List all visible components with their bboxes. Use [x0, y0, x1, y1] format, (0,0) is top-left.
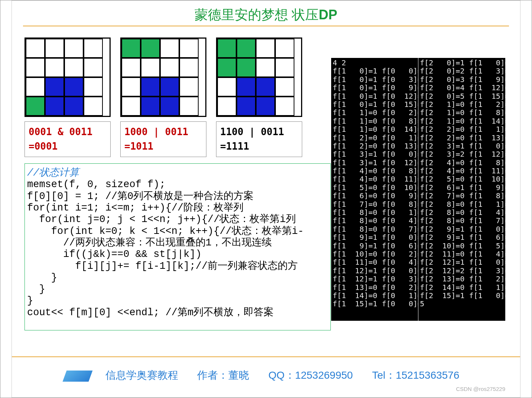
code-line: if((j&k)==0 && st[j|k]) — [27, 249, 328, 260]
grid-cell — [141, 58, 160, 77]
grid-cell — [121, 58, 141, 77]
title-divider — [23, 26, 509, 26]
grid-cell — [45, 58, 64, 77]
title-text: 蒙德里安的梦想 状压 — [195, 7, 319, 22]
grid-cell — [236, 39, 256, 58]
grid-cell — [45, 39, 64, 58]
screenshot-frame: 蒙德里安的梦想 状压DP 0001 & 0011 =00011000 | 001… — [0, 0, 532, 398]
terminal-right: f[2 0]=1 f[1 0]=1 f[2 0]=2 f[1 3]=1 f[2 … — [418, 58, 505, 321]
footer-qq: QQ：1253269950 — [268, 369, 353, 381]
grid-cell — [236, 97, 256, 116]
watermark: CSDN @ros275229 — [456, 386, 505, 392]
grid-cell — [45, 77, 64, 97]
terminal-outputs: 4 2 f[1 0]=1 f[0 0]=1 f[1 0]=1 f[0 3]=0 … — [331, 58, 505, 321]
grid-row — [26, 97, 110, 116]
grid-cell — [121, 97, 141, 116]
grid-2 — [216, 37, 302, 117]
code-line: } — [27, 295, 328, 307]
grid-expression-0: 0001 & 0011 =0001 — [25, 121, 111, 157]
code-line: f[0][0] = 1; //第0列不横放是一种合法的方案 — [27, 191, 328, 202]
grid-cell — [64, 97, 84, 116]
grid-box-0: 0001 & 0011 =0001 — [25, 37, 111, 157]
grid-cell — [256, 97, 275, 116]
grid-row — [121, 97, 205, 116]
terminal-left: 4 2 f[1 0]=1 f[0 0]=1 f[1 0]=1 f[0 3]=0 … — [331, 58, 418, 321]
grid-cell — [160, 97, 179, 116]
grid-row — [26, 39, 110, 58]
grid-cell — [179, 77, 199, 97]
code-line: for(int i=1; i<=m; i++){//阶段：枚举列 — [27, 202, 328, 214]
grid-row — [217, 97, 301, 116]
grid-cell — [84, 58, 103, 77]
grid-cell — [179, 39, 199, 58]
grid-row — [26, 58, 110, 77]
logo-icon — [62, 371, 92, 382]
grid-cell — [275, 39, 294, 58]
grid-cell — [236, 58, 256, 77]
grid-row — [121, 77, 205, 97]
grid-expression-1: 1000 | 0011 =1011 — [120, 121, 206, 157]
grid-expression-2: 1100 | 0011 =1111 — [216, 121, 302, 157]
grid-cell — [160, 77, 179, 97]
grid-1 — [120, 37, 206, 117]
grid-cell — [64, 77, 84, 97]
grid-row — [217, 77, 301, 97]
page-title: 蒙德里安的梦想 状压DP — [12, 1, 520, 26]
grid-cell — [64, 58, 84, 77]
grid-cell — [84, 39, 103, 58]
grid-row — [26, 77, 110, 97]
grid-row — [121, 58, 205, 77]
grid-cell — [84, 77, 103, 97]
grid-cell — [236, 77, 256, 97]
grid-cell — [141, 77, 160, 97]
code-line: //两列状态兼容：不出现重叠的1，不出现连续 — [27, 237, 328, 249]
grid-cell — [217, 39, 236, 58]
grid-cell — [160, 39, 179, 58]
grid-cell — [84, 97, 103, 116]
slide-area: 蒙德里安的梦想 状压DP 0001 & 0011 =00011000 | 001… — [12, 0, 520, 398]
grid-cell — [26, 97, 45, 116]
grid-cell — [275, 58, 294, 77]
footer: 信息学奥赛教程 作者：董晓 QQ：1253269950 Tel：15215363… — [12, 356, 520, 382]
grid-cell — [160, 58, 179, 77]
grid-box-1: 1000 | 0011 =1011 — [120, 37, 206, 157]
grid-cell — [26, 58, 45, 77]
footer-org: 信息学奥赛教程 — [105, 369, 178, 381]
grid-row — [217, 58, 301, 77]
grid-cell — [256, 58, 275, 77]
footer-author: 作者：董晓 — [197, 369, 249, 381]
code-line: } — [27, 272, 328, 284]
grid-cell — [45, 97, 64, 116]
grid-cell — [217, 77, 236, 97]
grid-cell — [217, 97, 236, 116]
grid-cell — [217, 58, 236, 77]
grid-cell — [179, 97, 199, 116]
grid-cell — [26, 77, 45, 97]
code-listing: //状态计算memset(f, 0, sizeof f);f[0][0] = 1… — [25, 163, 331, 330]
grid-box-2: 1100 | 0011 =1111 — [216, 37, 302, 157]
grid-row — [217, 39, 301, 58]
code-line: //状态计算 — [27, 167, 328, 179]
grid-cell — [121, 77, 141, 97]
grid-cell — [141, 97, 160, 116]
code-line: for(int j=0; j < 1<<n; j++){//状态：枚举第i列 — [27, 214, 328, 225]
code-line: for(int k=0; k < 1<<n; k++){//状态：枚举第i- — [27, 226, 328, 237]
code-line: } — [27, 284, 328, 295]
title-dp: DP — [319, 7, 337, 22]
grid-cell — [26, 39, 45, 58]
grid-cell — [256, 39, 275, 58]
grid-cell — [179, 58, 199, 77]
grid-cell — [275, 77, 294, 97]
grid-cell — [141, 39, 160, 58]
grid-row — [121, 39, 205, 58]
grid-cell — [121, 39, 141, 58]
code-line: f[i][j]+= f[i-1][k];//前一列兼容状态的方 — [27, 261, 328, 272]
grid-cell — [64, 39, 84, 58]
code-line: cout<< f[m][0] <<endl; //第m列不横放，即答案 — [27, 307, 328, 319]
code-line: memset(f, 0, sizeof f); — [27, 179, 328, 190]
grid-cell — [256, 77, 275, 97]
grid-0 — [25, 37, 111, 117]
footer-tel: Tel：15215363576 — [372, 369, 459, 381]
grid-cell — [275, 97, 294, 116]
